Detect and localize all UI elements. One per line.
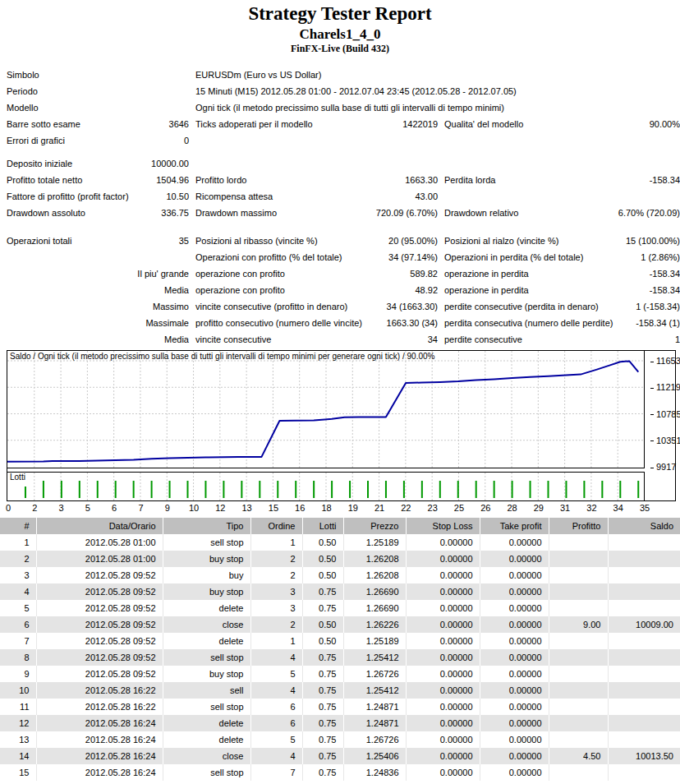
table-cell: delete xyxy=(163,715,250,731)
table-cell: 2012.05.28 09:52 xyxy=(36,649,163,666)
table-cell xyxy=(549,534,608,551)
table-cell: 2012.05.28 09:52 xyxy=(36,600,163,616)
table-cell: 14 xyxy=(0,748,36,764)
summary-pair: perdita consecutiva (numero delle perdit… xyxy=(444,315,680,331)
x-axis-tick-label: 26 xyxy=(480,503,490,513)
table-row: 32012.05.28 09:52buy20.501.262080.000000… xyxy=(0,567,680,583)
table-cell: 9 xyxy=(0,666,36,682)
balance-plot-area: Saldo / Ogni tick (il metodo precissimo … xyxy=(7,351,645,468)
summary-value: 1663.30 (34) xyxy=(387,315,438,331)
summary-pair: Il piu' grande xyxy=(7,265,189,282)
summary-pair: Media xyxy=(7,331,189,348)
summary-value: 1422019 xyxy=(402,116,438,132)
summary-row: Operazioni con profitto (% del totale)34… xyxy=(0,249,680,265)
x-axis-tick-label: 22 xyxy=(401,503,411,513)
column-header: Stop Loss xyxy=(406,518,480,534)
table-cell: 0.00000 xyxy=(480,699,549,715)
trades-table: #Data/OrarioTipoOrdineLottiPrezzoStop Lo… xyxy=(0,518,680,781)
summary-value: 43.00 xyxy=(415,188,438,205)
table-cell xyxy=(608,649,680,666)
y-axis-tick-label: 11219 xyxy=(650,380,680,394)
summary-value: Il piu' grande xyxy=(137,265,189,282)
table-cell xyxy=(608,715,680,731)
table-row: 112012.05.28 16:22sell stop60.751.248710… xyxy=(0,699,680,715)
table-cell xyxy=(608,583,680,600)
summary-label: Errori di grafici xyxy=(7,132,65,149)
table-cell: buy stop xyxy=(163,666,250,682)
table-cell: 6 xyxy=(250,715,302,731)
summary-value: 1 (2.86%) xyxy=(641,249,680,265)
x-axis-tick-label: 12 xyxy=(215,503,225,513)
table-row: 22012.05.28 01:00buy stop20.501.262080.0… xyxy=(0,551,680,567)
summary-pair: vincite consecutive34 xyxy=(195,331,438,348)
column-header: # xyxy=(0,518,36,534)
summary-pair: Ticks adoperati per il modello1422019 xyxy=(195,116,438,132)
table-cell: 1.25412 xyxy=(343,682,406,699)
table-cell: 1.25189 xyxy=(343,633,406,649)
table-cell: 0.00000 xyxy=(406,616,480,633)
table-cell xyxy=(608,682,680,699)
page-title: Strategy Tester Report xyxy=(0,2,680,25)
summary-label: Modello xyxy=(7,99,39,116)
chart-title: Saldo / Ogni tick (il metodo precissimo … xyxy=(10,352,434,361)
table-cell: 0.00000 xyxy=(406,600,480,616)
table-cell: 7 xyxy=(0,633,36,649)
table-cell: 6 xyxy=(250,699,302,715)
table-cell: 0.00000 xyxy=(406,551,480,567)
table-cell: 1.25412 xyxy=(343,649,406,666)
tick-mark xyxy=(650,440,654,441)
summary-label: Fattore di profitto (profit factor) xyxy=(7,188,129,205)
x-axis-tick-label: 6 xyxy=(112,503,117,513)
summary-pair: Modello xyxy=(7,99,189,116)
summary-pair: Errori di grafici0 xyxy=(7,132,189,149)
x-axis-labels: 0235679101213151618192122232526282931323… xyxy=(7,501,680,516)
summary-pair xyxy=(195,155,438,172)
summary-label: Barre sotto esame xyxy=(7,116,80,132)
x-axis-tick-label: 35 xyxy=(640,503,650,513)
table-cell: 0.75 xyxy=(302,731,343,748)
balance-curve-svg xyxy=(7,351,644,468)
x-axis-tick-label: 2 xyxy=(32,503,37,513)
table-cell: 1.24836 xyxy=(343,764,406,781)
summary-value: -158.34 xyxy=(650,282,680,298)
table-cell: 2012.05.28 09:52 xyxy=(36,583,163,600)
summary-value: 48.92 xyxy=(415,282,438,298)
table-cell: 0.50 xyxy=(302,551,343,567)
summary-row: Periodo15 Minuti (M15) 2012.05.28 01:00 … xyxy=(0,83,680,99)
summary-section: SimboloEURUSDm (Euro vs US Dollar)Period… xyxy=(0,67,680,348)
summary-pair: Deposito iniziale10000.00 xyxy=(7,155,189,172)
summary-pair: operazione con profito589.82 xyxy=(195,265,438,282)
column-header: Profitto xyxy=(549,518,608,534)
table-cell: 10 xyxy=(0,682,36,699)
table-cell: 0.00000 xyxy=(406,682,480,699)
summary-value: 20 (95.00%) xyxy=(388,233,438,249)
table-cell: 3 xyxy=(250,600,302,616)
summary-value: Ogni tick (il metodo precissimo sulla ba… xyxy=(195,99,680,116)
table-cell: 0.00000 xyxy=(406,699,480,715)
summary-pair xyxy=(444,132,680,149)
summary-label: Simbolo xyxy=(7,67,39,83)
summary-row: Il piu' grandeoperazione con profito589.… xyxy=(0,265,680,282)
table-cell: 2 xyxy=(250,551,302,567)
summary-value: 6.70% (720.09) xyxy=(618,205,680,221)
summary-pair: Operazioni totali35 xyxy=(7,233,189,249)
table-row: 132012.05.28 16:24delete50.751.267260.00… xyxy=(0,731,680,748)
table-cell xyxy=(549,649,608,666)
table-cell: sell stop xyxy=(163,649,250,666)
table-cell: 0.75 xyxy=(302,682,343,699)
x-axis-tick-label: 25 xyxy=(454,503,464,513)
table-header-row: #Data/OrarioTipoOrdineLottiPrezzoStop Lo… xyxy=(0,518,680,534)
y-axis-tick-label: 11653 xyxy=(650,354,680,367)
table-cell: 2012.05.28 16:22 xyxy=(36,682,163,699)
table-cell: 0.00000 xyxy=(406,764,480,781)
table-cell: 0.00000 xyxy=(480,551,549,567)
summary-value: 589.82 xyxy=(410,265,438,282)
table-cell: 1.26726 xyxy=(343,666,406,682)
table-cell: 2012.05.28 16:22 xyxy=(36,699,163,715)
column-header: Tipo xyxy=(163,518,250,534)
summary-row: Drawdown assoluto336.75Drawdown massimo7… xyxy=(0,205,680,221)
summary-value: -158.34 (1) xyxy=(636,315,680,331)
table-cell xyxy=(549,715,608,731)
table-cell: 0.75 xyxy=(302,583,343,600)
x-axis-tick-label: 10 xyxy=(189,503,199,513)
